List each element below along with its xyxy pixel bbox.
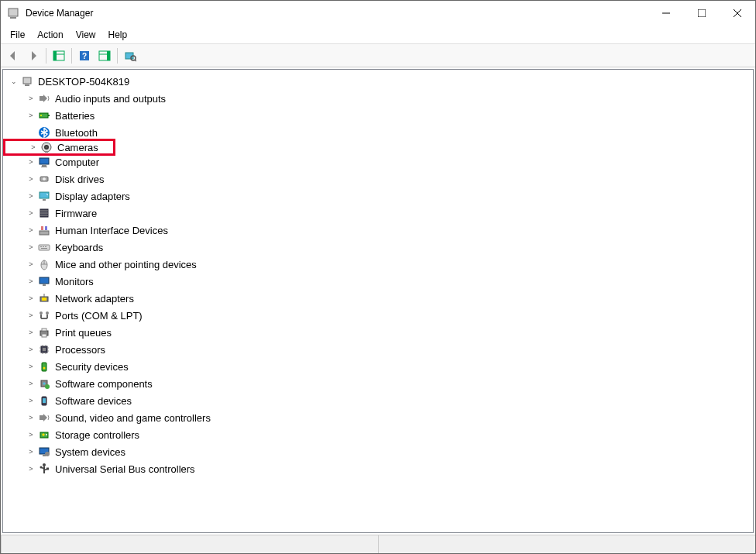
- show-hide-console-button[interactable]: [50, 46, 68, 65]
- expand-icon[interactable]: >: [26, 311, 36, 320]
- svg-rect-12: [107, 51, 110, 60]
- expand-icon[interactable]: >: [26, 277, 36, 286]
- expand-icon[interactable]: >: [26, 174, 36, 184]
- sound-icon: [38, 411, 50, 424]
- tree-category-label: Cameras: [57, 142, 98, 153]
- bluetooth-icon: [38, 126, 50, 139]
- tree-category-node[interactable]: >Sound, video and game controllers: [3, 409, 753, 426]
- tree-category-label: Bluetooth: [55, 127, 98, 139]
- expand-icon[interactable]: >: [26, 464, 36, 473]
- tree-category-label: Storage controllers: [55, 429, 139, 441]
- menu-file[interactable]: File: [4, 27, 31, 43]
- tree-category-node[interactable]: >Audio inputs and outputs: [3, 90, 753, 107]
- svg-rect-18: [25, 84, 29, 86]
- device-tree[interactable]: ⌄ DESKTOP-504K819 >Audio inputs and outp…: [2, 69, 754, 533]
- scan-hardware-button[interactable]: [121, 46, 139, 65]
- expand-icon[interactable]: >: [26, 94, 36, 103]
- tree-category-node[interactable]: >Display adapters: [3, 188, 753, 205]
- close-button[interactable]: [720, 1, 755, 26]
- statusbar-left: [1, 535, 378, 553]
- window-title: Device Manager: [26, 8, 648, 19]
- svg-rect-17: [23, 77, 31, 84]
- tree-category-node[interactable]: >Storage controllers: [3, 426, 753, 443]
- tree-category-node[interactable]: >Firmware: [3, 205, 753, 222]
- hid-icon: [38, 224, 50, 236]
- tree-category-node[interactable]: >Software devices: [3, 392, 753, 409]
- expand-icon[interactable]: [26, 128, 36, 137]
- back-button[interactable]: [4, 46, 22, 65]
- computer-icon: [38, 156, 50, 168]
- window-controls: [648, 1, 755, 26]
- expand-icon[interactable]: >: [26, 157, 36, 167]
- security-icon: [38, 360, 50, 373]
- expand-icon[interactable]: >: [26, 430, 36, 439]
- monitor-icon: [38, 275, 50, 287]
- statusbar-right: [378, 535, 755, 553]
- tree-category-label: Disk drives: [55, 174, 105, 185]
- expand-icon[interactable]: >: [26, 243, 36, 252]
- minimize-button[interactable]: [648, 1, 684, 26]
- tree-category-label: Network adapters: [55, 293, 134, 305]
- expand-icon[interactable]: >: [26, 225, 36, 235]
- maximize-button[interactable]: [684, 1, 720, 26]
- tree-category-node[interactable]: >Batteries: [3, 107, 753, 124]
- help-button[interactable]: ?: [75, 46, 94, 65]
- tree-category-label: Security devices: [55, 361, 129, 373]
- tree-category-node[interactable]: >Mice and other pointing devices: [3, 256, 753, 273]
- tree-category-node[interactable]: >Computer: [3, 153, 753, 170]
- tree-category-label: Processors: [55, 344, 105, 356]
- tree-category-label: Display adapters: [55, 191, 130, 202]
- tree-category-node[interactable]: >Disk drives: [3, 170, 753, 188]
- tree-category-node[interactable]: >Universal Serial Bus controllers: [3, 460, 753, 477]
- menu-action[interactable]: Action: [31, 27, 69, 43]
- expand-icon[interactable]: >: [26, 413, 36, 422]
- tree-category-node[interactable]: >Monitors: [3, 273, 753, 290]
- expand-icon[interactable]: >: [26, 328, 36, 337]
- software-comp-icon: [38, 377, 50, 390]
- keyboard-icon: [38, 241, 50, 253]
- properties-button[interactable]: [95, 46, 114, 65]
- titlebar: Device Manager: [1, 1, 755, 26]
- menubar: File Action View Help: [1, 26, 755, 44]
- audio-icon: [38, 92, 50, 105]
- expand-icon[interactable]: >: [26, 362, 36, 371]
- expand-icon[interactable]: >: [26, 191, 36, 201]
- mouse-icon: [38, 258, 50, 270]
- firmware-icon: [38, 207, 50, 219]
- expand-icon[interactable]: >: [26, 447, 36, 456]
- expand-icon[interactable]: >: [26, 294, 36, 303]
- software-dev-icon: [38, 394, 50, 407]
- menu-view[interactable]: View: [70, 27, 102, 43]
- tree-category-node[interactable]: >Software components: [3, 375, 753, 392]
- tree-category-label: Universal Serial Bus controllers: [55, 463, 195, 475]
- expand-icon[interactable]: >: [26, 208, 36, 218]
- tree-category-label: Human Interface Devices: [55, 225, 168, 236]
- svg-text:?: ?: [82, 52, 87, 60]
- tree-category-node[interactable]: >Processors: [3, 341, 753, 358]
- tree-category-node[interactable]: >Print queues: [3, 324, 753, 341]
- expand-icon[interactable]: >: [29, 143, 38, 152]
- svg-line-16: [135, 60, 136, 61]
- tree-category-node[interactable]: >Human Interface Devices: [3, 222, 753, 239]
- tree-category-node[interactable]: >Keyboards: [3, 239, 753, 256]
- forward-button[interactable]: [24, 46, 43, 65]
- tree-category-label: Firmware: [55, 208, 97, 219]
- cpu-icon: [38, 343, 50, 356]
- tree-category-node[interactable]: >System devices: [3, 443, 753, 460]
- menu-help[interactable]: Help: [102, 27, 134, 43]
- expand-icon[interactable]: >: [26, 379, 36, 388]
- expand-icon[interactable]: >: [26, 345, 36, 354]
- expand-icon[interactable]: >: [26, 396, 36, 405]
- tree-category-node[interactable]: >Ports (COM & LPT): [3, 307, 753, 324]
- svg-rect-7: [53, 51, 57, 60]
- expand-icon[interactable]: >: [26, 111, 36, 120]
- tree-root-node[interactable]: ⌄ DESKTOP-504K819: [3, 73, 753, 90]
- collapse-icon[interactable]: ⌄: [9, 77, 19, 86]
- tree-category-node[interactable]: Bluetooth: [3, 124, 753, 141]
- svg-rect-0: [9, 9, 18, 16]
- tree-category-node[interactable]: >Security devices: [3, 358, 753, 375]
- expand-icon[interactable]: >: [26, 260, 36, 269]
- tree-category-node[interactable]: >Network adapters: [3, 290, 753, 307]
- tree-category-label: System devices: [55, 446, 125, 458]
- storage-icon: [38, 428, 50, 441]
